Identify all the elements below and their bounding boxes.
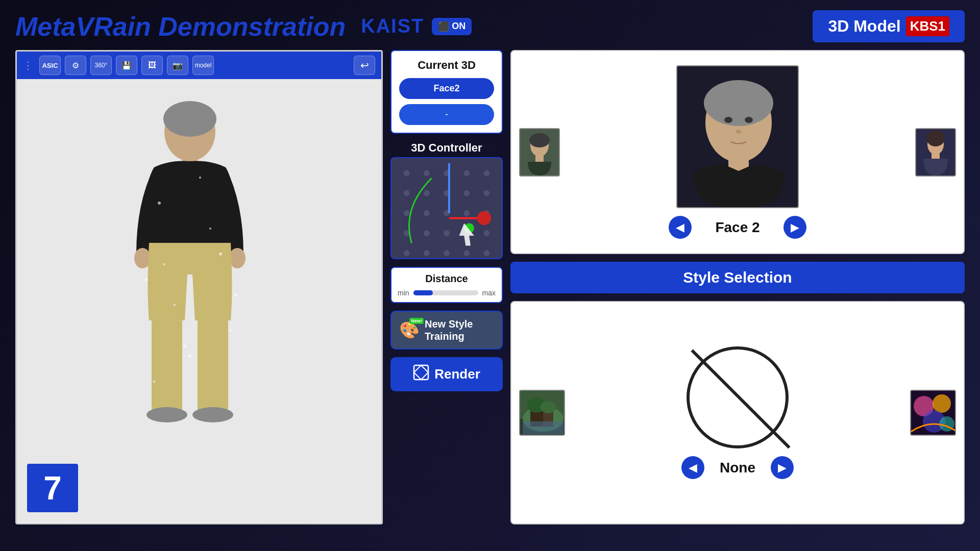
face-name: Face 2 (707, 219, 768, 236)
face-prev-button[interactable]: ◀ (669, 216, 692, 239)
svg-point-60 (529, 133, 550, 147)
svg-point-46 (484, 250, 490, 256)
asic-icon: ASIC (42, 62, 58, 69)
image-icon: 🖼 (148, 61, 156, 70)
dash-button[interactable]: - (399, 104, 494, 125)
svg-point-25 (463, 170, 470, 177)
face-display: ◀ Face 2 ▶ (510, 50, 965, 254)
svg-point-44 (444, 250, 450, 256)
controller-section: 3D Controller (390, 141, 503, 259)
svg-point-84 (933, 394, 951, 413)
chip-icon: ⬛ (438, 21, 449, 32)
camera-icon: 📷 (173, 61, 183, 70)
back-button[interactable]: ↩ (354, 56, 375, 75)
svg-point-16 (153, 381, 155, 383)
style-left-thumbnail (519, 390, 565, 436)
person-figure (108, 101, 272, 448)
svg-point-50 (477, 211, 491, 225)
back-icon: ↩ (360, 59, 369, 71)
render-icon (413, 364, 429, 384)
svg-rect-53 (414, 365, 428, 380)
svg-point-43 (424, 250, 430, 256)
camera-button[interactable]: 📷 (167, 56, 188, 75)
style-next-button[interactable]: ▶ (771, 456, 794, 479)
svg-point-1 (163, 101, 216, 137)
style-display: ◀ None ▶ (510, 301, 965, 524)
svg-point-22 (404, 170, 410, 177)
svg-point-66 (724, 117, 732, 123)
dist-bar-track[interactable] (413, 290, 478, 295)
on-badge: ⬛ ON (432, 18, 472, 35)
svg-point-67 (745, 117, 753, 123)
svg-line-54 (414, 365, 421, 372)
header: MetaVRain Demonstration KAIST ⬛ ON 3D Mo… (15, 10, 965, 42)
face-right-thumbnail (915, 128, 956, 177)
svg-point-19 (163, 263, 165, 265)
face-next-button[interactable]: ▶ (783, 216, 806, 239)
svg-point-27 (404, 190, 410, 196)
style-right-thumbnail (910, 390, 956, 436)
controller-label: 3D Controller (390, 141, 503, 155)
model-button[interactable]: model (192, 56, 214, 75)
svg-point-12 (174, 304, 176, 306)
new-style-button[interactable]: 🎨 New! New Style Training (390, 311, 503, 349)
save-icon: 💾 (121, 61, 132, 70)
svg-point-11 (219, 253, 222, 256)
viewport-content: 7 (17, 79, 381, 522)
svg-point-39 (444, 230, 450, 236)
kbs-badge: KBS1 (906, 16, 949, 36)
image-button[interactable]: 🖼 (141, 56, 163, 75)
svg-point-41 (484, 230, 490, 236)
svg-rect-5 (152, 319, 182, 411)
svg-point-23 (424, 170, 430, 177)
model-icon: model (195, 62, 212, 69)
app-title: MetaVRain Demonstration (15, 11, 346, 42)
control-panel: Current 3D Face2 - 3D Controller (390, 50, 503, 524)
svg-point-18 (183, 344, 186, 347)
main-container: MetaVRain Demonstration KAIST ⬛ ON 3D Mo… (0, 0, 980, 551)
no-style-circle (687, 346, 789, 448)
svg-point-35 (463, 210, 470, 216)
drag-handle: ⋮ (23, 59, 33, 71)
svg-rect-61 (535, 156, 544, 162)
kbs-model-banner: 3D Model KBS1 (813, 10, 965, 42)
svg-line-56 (421, 365, 428, 372)
svg-point-20 (234, 293, 237, 296)
svg-point-8 (192, 407, 233, 422)
svg-point-7 (146, 407, 187, 422)
viewport-panel: ⋮ ASIC ⚙ 360° 💾 🖼 📷 (15, 50, 383, 524)
svg-point-17 (209, 228, 211, 230)
rotate-button[interactable]: 360° (90, 56, 112, 75)
svg-point-31 (484, 190, 490, 196)
save-button[interactable]: 💾 (116, 56, 137, 75)
svg-line-57 (414, 372, 421, 380)
distance-section: Distance min max (390, 267, 503, 303)
svg-point-30 (463, 190, 470, 196)
dist-min-label: min (398, 289, 409, 297)
render-button[interactable]: Render (390, 357, 503, 391)
svg-point-10 (199, 177, 201, 179)
svg-point-9 (158, 202, 161, 205)
kaist-logo: KAIST (361, 15, 424, 37)
style-name: None (720, 460, 755, 476)
current-3d-label: Current 3D (399, 59, 494, 72)
controller-box[interactable] (390, 157, 503, 259)
settings-button[interactable]: ⚙ (65, 56, 86, 75)
svg-point-64 (704, 80, 773, 126)
asic-button[interactable]: ASIC (39, 56, 61, 75)
svg-point-33 (424, 210, 430, 216)
style-nav: ◀ None ▶ (681, 456, 794, 479)
svg-point-15 (188, 355, 191, 358)
svg-point-14 (230, 330, 232, 332)
new-style-text: New Style Training (425, 318, 473, 342)
header-right: 3D Model KBS1 (813, 10, 965, 42)
new-badge: New! (409, 318, 424, 324)
number-badge: 7 (27, 464, 78, 512)
palette-icon: 🎨 New! (399, 320, 420, 340)
style-prev-button[interactable]: ◀ (681, 456, 704, 479)
face2-button[interactable]: Face2 (399, 78, 494, 99)
settings-icon: ⚙ (72, 61, 79, 70)
toolbar: ⋮ ASIC ⚙ 360° 💾 🖼 📷 (17, 52, 381, 79)
controller-viz (391, 158, 502, 258)
face-left-thumbnail (519, 128, 560, 177)
